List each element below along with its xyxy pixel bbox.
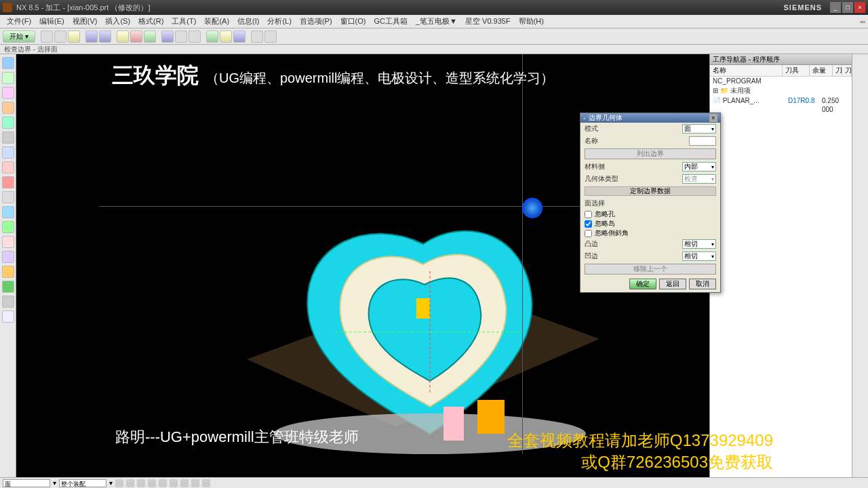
left-btn-15[interactable] xyxy=(2,266,14,278)
tool-btn-2[interactable] xyxy=(54,30,66,43)
left-btn-11[interactable] xyxy=(2,206,14,218)
mode-select[interactable]: 面 xyxy=(682,124,716,134)
snap-btn-4[interactable] xyxy=(148,479,156,487)
menu-file[interactable]: 文件(F) xyxy=(3,16,35,26)
maximize-button[interactable]: □ xyxy=(842,2,853,13)
close-button[interactable]: × xyxy=(854,2,865,13)
menu-electrode[interactable]: _笔五电极▼ xyxy=(412,16,461,26)
menu-info[interactable]: 信息(I) xyxy=(233,16,263,26)
menu-insert[interactable]: 插入(S) xyxy=(101,16,134,26)
custom-boundary-button[interactable]: 定制边界数据 xyxy=(585,186,716,196)
svg-rect-2 xyxy=(416,298,430,319)
nav-row-unused[interactable]: ⊞ 📁 未用项 xyxy=(710,85,852,96)
left-btn-6[interactable] xyxy=(2,131,14,144)
ignore-islands-checkbox[interactable] xyxy=(585,220,592,228)
snap-btn-1[interactable] xyxy=(115,479,123,487)
snap-btn-8[interactable] xyxy=(191,479,199,487)
col-stock[interactable]: 余量 xyxy=(810,65,833,76)
menu-tools[interactable]: 工具(T) xyxy=(167,16,200,26)
tool-btn-6[interactable] xyxy=(117,30,129,43)
cancel-button[interactable]: 取消 xyxy=(689,279,716,289)
convex-select[interactable]: 相切 xyxy=(682,239,716,249)
remove-last-button[interactable]: 移除上一个 xyxy=(585,264,716,274)
tool-btn-16[interactable] xyxy=(264,30,277,43)
left-btn-10[interactable] xyxy=(2,191,14,203)
snap-btn-5[interactable] xyxy=(159,479,167,487)
minimize-button[interactable]: _ xyxy=(830,2,841,13)
menu-analysis[interactable]: 分析(L) xyxy=(263,16,295,26)
tool-btn-7[interactable] xyxy=(130,30,142,43)
tool-btn-10[interactable] xyxy=(175,30,187,43)
tool-btn-11[interactable] xyxy=(189,30,201,43)
dialog-titlebar[interactable]: ◦ 边界几何体 × xyxy=(580,113,720,123)
filter-scope-select[interactable]: 整个装配 xyxy=(59,479,106,487)
col-3[interactable]: 刀 xyxy=(833,65,842,76)
tool-btn-4[interactable] xyxy=(85,30,98,43)
left-btn-9[interactable] xyxy=(2,176,14,188)
menu-xingkong[interactable]: 星空 V0.935F xyxy=(461,16,515,26)
tool-btn-8[interactable] xyxy=(144,30,156,43)
left-btn-2[interactable] xyxy=(2,72,14,84)
tool-btn-15[interactable] xyxy=(251,30,263,43)
navigator-columns: 名称 刀具 余量 刀 刀 xyxy=(710,65,852,77)
menu-help[interactable]: 帮助(H) xyxy=(515,16,548,26)
snap-btn-3[interactable] xyxy=(137,479,145,487)
ignore-chamfer-checkbox[interactable] xyxy=(585,230,592,237)
left-btn-13[interactable] xyxy=(2,236,14,248)
left-btn-16[interactable] xyxy=(2,281,14,293)
left-btn-18[interactable] xyxy=(2,310,14,323)
start-button[interactable]: 开始 ▾ xyxy=(3,30,35,43)
tool-btn-14[interactable] xyxy=(233,30,245,43)
left-btn-14[interactable] xyxy=(2,251,14,263)
snap-btn-9[interactable] xyxy=(202,479,210,487)
left-btn-17[interactable] xyxy=(2,296,14,308)
col-4[interactable]: 刀 xyxy=(842,65,852,76)
prompt-text: 检查边界 - 选择面 xyxy=(4,45,58,53)
left-btn-12[interactable] xyxy=(2,221,14,233)
left-btn-3[interactable] xyxy=(2,87,14,99)
menu-format[interactable]: 格式(R) xyxy=(134,16,167,26)
nav-row-planar[interactable]: 📄 PLANAR_...D17R0.80.250 xyxy=(710,96,852,105)
tool-btn-12[interactable] xyxy=(206,30,218,43)
tool-btn-5[interactable] xyxy=(99,30,111,43)
snap-btn-6[interactable] xyxy=(170,479,178,487)
pin-icon[interactable]: ◦ xyxy=(583,115,586,122)
menu-collapse-icon[interactable]: ▫▫ xyxy=(860,18,868,26)
material-select[interactable]: 内部 xyxy=(682,162,716,171)
left-btn-8[interactable] xyxy=(2,161,14,174)
list-boundary-button[interactable]: 列出边界 xyxy=(585,148,716,159)
nav-row-program[interactable]: NC_PROGRAM xyxy=(710,77,852,85)
snap-btn-7[interactable] xyxy=(180,479,189,487)
menu-edit[interactable]: 编辑(E) xyxy=(35,16,68,26)
nav-row-4[interactable]: 000 xyxy=(710,105,852,114)
concave-select[interactable]: 相切 xyxy=(682,251,716,261)
tool-btn-9[interactable] xyxy=(161,30,174,43)
left-btn-5[interactable] xyxy=(2,117,14,129)
ignore-holes-checkbox[interactable] xyxy=(585,211,592,218)
menu-gctoolbox[interactable]: GC工具箱 xyxy=(370,16,412,26)
menu-preferences[interactable]: 首选项(P) xyxy=(296,16,336,26)
back-button[interactable]: 返回 xyxy=(659,279,686,289)
dialog-close-icon[interactable]: × xyxy=(709,114,717,122)
right-toolbar xyxy=(852,54,868,477)
menu-view[interactable]: 视图(V) xyxy=(68,16,102,26)
menu-window[interactable]: 窗口(O) xyxy=(336,16,370,26)
snap-btn-2[interactable] xyxy=(126,479,134,487)
title-bar: NX 8.5 - 加工 - [xian-005.prt （修改的）] SIEME… xyxy=(0,0,868,15)
dropdown-icon-2[interactable]: ▾ xyxy=(109,479,113,487)
overlay-school-title: 三玖学院（UG编程、powermill编程、电极设计、造型系统化学习） xyxy=(112,61,554,91)
overlay-promo: 全套视频教程请加老师Q1373929409或Q群726236503免费获取 xyxy=(507,430,773,473)
tool-btn-1[interactable] xyxy=(41,30,53,43)
dropdown-icon[interactable]: ▾ xyxy=(53,479,56,487)
ok-button[interactable]: 确定 xyxy=(629,279,656,289)
left-btn-7[interactable] xyxy=(2,146,14,159)
left-btn-4[interactable] xyxy=(2,102,14,114)
tool-btn-13[interactable] xyxy=(220,30,232,43)
left-btn-1[interactable] xyxy=(2,57,14,69)
menu-assembly[interactable]: 装配(A) xyxy=(200,16,233,26)
col-name[interactable]: 名称 xyxy=(710,65,783,76)
name-input[interactable] xyxy=(689,136,716,146)
filter-type-select[interactable]: 面 xyxy=(3,479,50,487)
tool-btn-3[interactable] xyxy=(68,30,80,43)
col-tool[interactable]: 刀具 xyxy=(783,65,810,76)
